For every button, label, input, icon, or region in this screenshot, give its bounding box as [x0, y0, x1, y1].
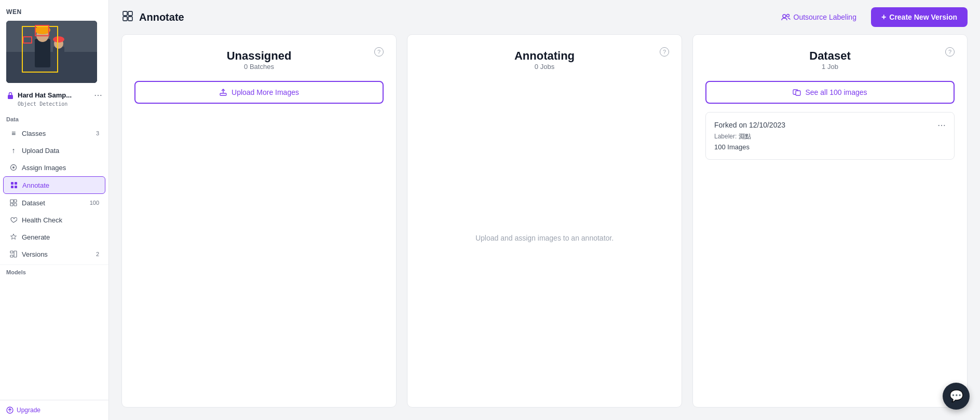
sidebar-header: WEN — [0, 0, 108, 21]
upgrade-label: Upgrade — [17, 407, 40, 414]
sidebar: WEN — [0, 0, 109, 420]
sidebar-item-assign-images[interactable]: Assign Images — [3, 159, 105, 176]
sidebar-item-annotate[interactable]: Annotate — [3, 176, 105, 194]
svg-rect-25 — [123, 17, 127, 21]
sidebar-nav: Data ≡ Classes 3 ↑ Upload Data Assign Im… — [0, 112, 108, 400]
dataset-card: ? Dataset 1 Job See all 100 images ⋯ For… — [692, 34, 968, 408]
models-section-label: Models — [0, 264, 108, 277]
svg-rect-29 — [220, 93, 226, 95]
labeler-name: 淵點 — [739, 133, 751, 140]
svg-rect-15 — [10, 200, 13, 203]
dataset-job-item: ⋯ Forked on 12/10/2023 Labeler: 淵點 100 I… — [705, 112, 955, 160]
versions-icon — [9, 250, 18, 258]
upload-icon — [219, 88, 227, 96]
svg-rect-18 — [14, 203, 17, 206]
dataset-title: Dataset — [705, 49, 955, 63]
svg-rect-13 — [11, 186, 13, 188]
svg-point-27 — [783, 15, 786, 18]
see-all-label: See all 100 images — [805, 88, 867, 96]
lock-icon — [6, 91, 15, 100]
unassigned-title: Unassigned — [134, 49, 384, 63]
chat-icon: 💬 — [949, 389, 963, 403]
assign-images-label: Assign Images — [22, 164, 66, 172]
topbar: Annotate Outsource Labeling + Create New… — [109, 0, 980, 34]
unassigned-card: ? Unassigned 0 Batches Upload More Image… — [121, 34, 397, 408]
svg-point-28 — [786, 15, 789, 17]
upload-data-icon: ↑ — [9, 146, 18, 155]
dataset-help-icon[interactable]: ? — [945, 47, 955, 57]
labeler-prefix: Labeler: — [714, 133, 737, 140]
page-title: Annotate — [139, 11, 184, 23]
topbar-actions: Outsource Labeling + Create New Version — [773, 7, 968, 27]
data-section-label: Data — [0, 112, 108, 124]
sidebar-footer: Upgrade — [0, 400, 108, 420]
classes-icon: ≡ — [9, 129, 18, 137]
project-title: Hard Hat Samp... — [18, 91, 72, 99]
outsource-label: Outsource Labeling — [794, 13, 856, 21]
versions-badge: 2 — [96, 251, 99, 257]
project-type: Object Detection — [0, 101, 108, 112]
svg-rect-26 — [128, 17, 132, 21]
sidebar-item-health-check[interactable]: Health Check — [3, 212, 105, 228]
svg-rect-14 — [15, 186, 17, 188]
sidebar-item-upload-data[interactable]: ↑ Upload Data — [3, 142, 105, 159]
outsource-labeling-button[interactable]: Outsource Labeling — [773, 9, 865, 25]
sidebar-item-classes[interactable]: ≡ Classes 3 — [3, 125, 105, 142]
plus-icon: + — [881, 12, 886, 22]
svg-rect-21 — [14, 251, 17, 257]
svg-rect-8 — [8, 95, 13, 99]
annotating-card: ? Annotating 0 Jobs Upload and assign im… — [407, 34, 682, 408]
sidebar-item-dataset[interactable]: Dataset 100 — [3, 194, 105, 211]
versions-label: Versions — [22, 250, 48, 258]
classes-label: Classes — [22, 130, 46, 137]
create-new-version-button[interactable]: + Create New Version — [871, 7, 968, 27]
health-check-label: Health Check — [22, 216, 62, 224]
svg-point-10 — [12, 166, 15, 169]
annotate-label: Annotate — [22, 181, 49, 189]
unassigned-help-icon[interactable]: ? — [374, 47, 384, 57]
user-label: WEN — [6, 8, 22, 16]
svg-rect-20 — [10, 255, 13, 257]
annotating-title: Annotating — [420, 49, 669, 63]
chat-support-button[interactable]: 💬 — [943, 383, 970, 410]
project-more-icon[interactable]: ⋯ — [94, 90, 102, 100]
dataset-icon — [9, 199, 18, 207]
outsource-icon — [781, 13, 791, 21]
dataset-badge: 100 — [90, 200, 99, 206]
svg-rect-11 — [11, 182, 13, 185]
sidebar-item-versions[interactable]: Versions 2 — [3, 246, 105, 262]
generate-label: Generate — [22, 233, 50, 241]
upgrade-button[interactable]: Upgrade — [6, 407, 102, 414]
thumbnail-image — [6, 21, 97, 83]
upload-data-label: Upload Data — [22, 147, 59, 155]
annotate-page-icon — [121, 10, 134, 25]
dataset-subtitle: 1 Job — [705, 63, 955, 71]
job-date: Forked on 12/10/2023 — [714, 121, 946, 129]
images-icon — [793, 88, 801, 96]
annotate-icon — [10, 181, 18, 189]
annotating-help-icon[interactable]: ? — [660, 47, 669, 57]
create-version-label: Create New Version — [889, 13, 957, 21]
page-title-area: Annotate — [121, 10, 184, 25]
svg-rect-24 — [128, 11, 132, 16]
main-content: Annotate Outsource Labeling + Create New… — [109, 0, 980, 420]
generate-icon — [9, 233, 18, 241]
upload-more-images-button[interactable]: Upload More Images — [134, 81, 384, 104]
see-all-images-button[interactable]: See all 100 images — [705, 81, 955, 104]
sidebar-item-generate[interactable]: Generate — [3, 229, 105, 245]
assign-images-icon — [9, 163, 18, 172]
svg-rect-19 — [10, 251, 13, 253]
bbox-small — [23, 36, 32, 44]
health-check-icon — [9, 216, 18, 224]
classes-badge: 3 — [96, 130, 99, 136]
project-name-row: Hard Hat Samp... ⋯ — [0, 87, 108, 101]
cards-area: ? Unassigned 0 Batches Upload More Image… — [109, 34, 980, 420]
project-thumbnail — [6, 21, 97, 83]
annotating-subtitle: 0 Jobs — [420, 63, 669, 71]
unassigned-subtitle: 0 Batches — [134, 63, 384, 71]
upload-more-label: Upload More Images — [232, 88, 299, 96]
svg-rect-12 — [15, 182, 17, 185]
job-more-icon[interactable]: ⋯ — [935, 119, 948, 131]
annotating-placeholder: Upload and assign images to an annotator… — [420, 81, 669, 395]
svg-rect-23 — [123, 11, 127, 16]
